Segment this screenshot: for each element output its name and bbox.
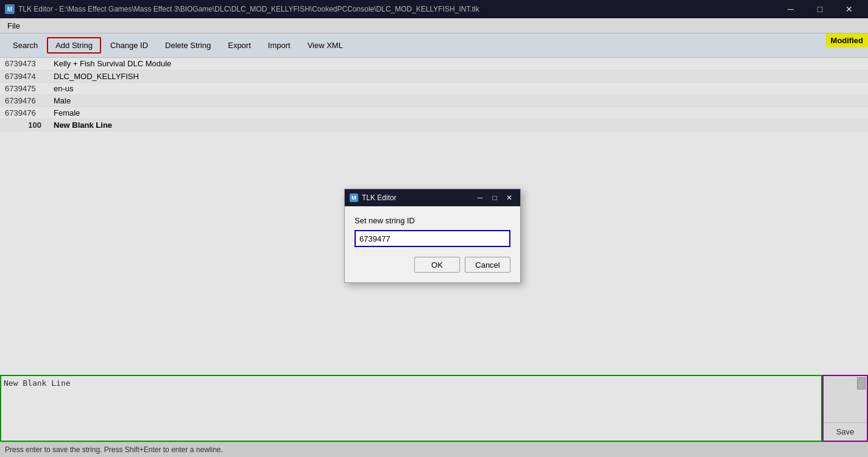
dialog-titlebar: M TLK Editor ─ □ ✕ xyxy=(345,189,520,206)
dialog-close-button[interactable]: ✕ xyxy=(503,192,515,204)
dialog-overlay: M TLK Editor ─ □ ✕ Set new string ID OK … xyxy=(0,0,868,457)
dialog-controls: ─ □ ✕ xyxy=(474,192,515,204)
dialog-title-left: M TLK Editor xyxy=(350,194,397,202)
dialog-cancel-button[interactable]: Cancel xyxy=(465,257,510,273)
dialog-buttons: OK Cancel xyxy=(345,257,520,282)
dialog-body: Set new string ID xyxy=(345,206,520,257)
dialog-minimize-button[interactable]: ─ xyxy=(474,192,486,204)
dialog-app-icon: M xyxy=(350,194,358,202)
dialog-string-id-input[interactable] xyxy=(355,230,510,247)
dialog-label: Set new string ID xyxy=(355,216,510,225)
dialog: M TLK Editor ─ □ ✕ Set new string ID OK … xyxy=(344,189,521,283)
dialog-maximize-button[interactable]: □ xyxy=(489,192,501,204)
dialog-ok-button[interactable]: OK xyxy=(414,257,460,273)
dialog-title-text: TLK Editor xyxy=(362,194,397,202)
